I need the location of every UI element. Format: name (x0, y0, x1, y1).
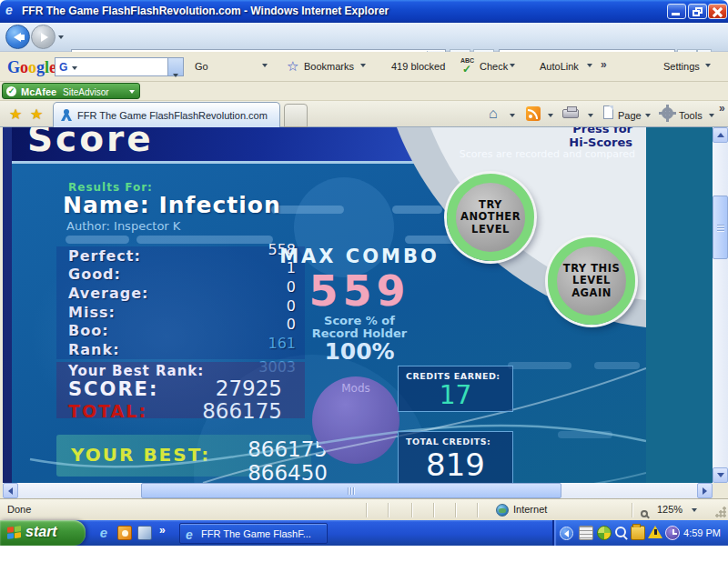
back-icon (14, 33, 21, 42)
up-arrow-icon (717, 133, 724, 137)
total-credits-box: TOTAL CREDITS: 819 (398, 431, 513, 483)
ie-logo-icon: e (5, 3, 13, 17)
google-search-field[interactable]: G (55, 57, 184, 76)
decor-pill (271, 206, 344, 214)
minimize-icon (672, 13, 680, 15)
scroll-up-button[interactable] (713, 127, 728, 143)
spellcheck-check-icon: ✓ (462, 63, 471, 75)
autolink-button[interactable]: AutoLink (540, 61, 579, 72)
windows-logo-icon (7, 526, 22, 540)
vertical-scroll-thumb[interactable] (713, 196, 728, 259)
rss-feed-icon[interactable] (526, 106, 541, 121)
quicklaunch-overflow-chevron[interactable]: » (159, 524, 166, 537)
horizontal-scrollbar[interactable] (3, 483, 713, 498)
minimize-button[interactable] (667, 4, 686, 19)
home-icon[interactable]: ⌂ (489, 105, 498, 122)
bottom-whitespace (0, 546, 728, 572)
tab-active[interactable]: FFR The Game FlashFlashRevolution.com (53, 102, 280, 127)
printer-icon[interactable] (562, 109, 579, 118)
left-arrow-icon (8, 487, 13, 495)
go-button[interactable]: Go (195, 61, 208, 72)
max-combo-value: 559 (264, 267, 455, 315)
internet-zone-icon (496, 504, 509, 517)
settings-button[interactable]: Settings (663, 61, 700, 72)
bookmarks-star-icon: ☆ (287, 58, 298, 75)
tools-menu-button[interactable]: Tools (679, 110, 703, 121)
bookmarks-button[interactable]: Bookmarks (304, 61, 354, 72)
google-logo: Google (7, 58, 56, 77)
google-search-dropdown[interactable] (167, 58, 183, 75)
quicklaunch-ie-icon[interactable]: e (96, 526, 111, 540)
quicklaunch-app-icon[interactable] (117, 526, 132, 540)
scrollbar-corner (713, 483, 728, 498)
scores-recorded-note: Scores are recorded and compared (403, 148, 635, 160)
zoom-level[interactable]: 125% (657, 504, 682, 515)
flash-score-screen: Score Press for Hi-Scores Scores are rec… (12, 127, 646, 483)
forward-icon (41, 33, 48, 42)
try-another-level-button[interactable]: TRY ANOTHER LEVEL (447, 174, 534, 261)
navigation-bar: http://www.flashflashrevolution.com/FFR_… (0, 23, 728, 52)
tray-collapse-chevron[interactable] (560, 527, 573, 540)
mcafee-check-icon: ✓ (6, 86, 16, 96)
page-menu-button[interactable]: Page (618, 110, 642, 121)
title-bar: e FFR The Game FlashFlashRevolution.com … (0, 0, 728, 23)
tray-folder-icon[interactable] (631, 526, 645, 540)
task-title: FFR The Game FlashF... (201, 528, 323, 539)
song-author: Author: Inspector K (66, 219, 180, 233)
score-title: Score (27, 127, 154, 159)
favorites-star-icon[interactable]: ★ (9, 105, 22, 123)
popup-blocked-count[interactable]: 419 blocked (391, 61, 445, 72)
mcafee-toolbar: ✓ McAfee SiteAdvisor (0, 82, 728, 101)
quicklaunch-desktop-icon[interactable] (137, 526, 152, 540)
vertical-scrollbar[interactable] (713, 127, 728, 483)
toolbar-overflow-chevron[interactable]: » (601, 58, 607, 71)
right-arrow-icon (703, 487, 707, 495)
tab-overflow-chevron[interactable]: » (719, 102, 725, 115)
toolbar-dropdown[interactable] (262, 64, 268, 67)
back-button[interactable] (5, 25, 30, 49)
tray-warning-icon[interactable] (648, 526, 662, 538)
add-favorite-icon[interactable]: ★ (30, 105, 43, 123)
new-tab-button[interactable] (284, 104, 308, 127)
tray-clock-icon[interactable] (665, 526, 680, 540)
close-button[interactable] (708, 4, 727, 19)
check-button[interactable]: Check (480, 61, 508, 72)
total-credits-value: 819 (399, 447, 512, 483)
tray-magnifier-icon[interactable] (614, 526, 629, 540)
tools-gear-icon (662, 107, 673, 119)
google-g-icon: G (59, 61, 67, 74)
zoom-icon (641, 505, 648, 521)
restore-button[interactable] (688, 4, 707, 19)
forward-button[interactable] (31, 25, 56, 49)
tray-list-icon[interactable] (579, 526, 593, 540)
press-for-hiscores[interactable]: Press for Hi-Scores (440, 127, 632, 149)
system-tray: 4:59 PM (552, 520, 728, 546)
tab-favicon (61, 109, 72, 121)
down-arrow-icon (717, 473, 724, 477)
total-credits-label: TOTAL CREDITS: (406, 437, 490, 447)
song-name: Name: Infection (63, 192, 281, 218)
horizontal-scroll-thumb[interactable] (141, 483, 561, 498)
tab-bar: ★ ★ FFR The Game FlashFlashRevolution.co… (0, 101, 728, 127)
scroll-left-button[interactable] (3, 483, 18, 498)
zoom-dropdown[interactable] (692, 508, 697, 512)
resize-grip[interactable] (715, 507, 726, 517)
mcafee-siteadvisor-button[interactable]: ✓ McAfee SiteAdvisor (2, 83, 140, 99)
start-button[interactable]: start (0, 520, 86, 546)
tray-messenger-icon[interactable] (597, 526, 612, 540)
status-text: Done (7, 504, 31, 515)
try-this-level-again-button[interactable]: TRY THIS LEVEL AGAIN (548, 237, 635, 325)
credits-earned-value: 17 (399, 380, 512, 410)
credits-earned-box: CREDITS EARNED: 17 (398, 366, 513, 412)
scroll-down-button[interactable] (713, 467, 728, 483)
max-combo-label: MAX COMBO (264, 246, 455, 267)
taskbar-task-button[interactable]: e FFR The Game FlashF... (179, 523, 328, 544)
taskbar: start e » e FFR The Game FlashF... 4:59 … (0, 520, 728, 546)
google-toolbar: Google G Go ☆ Bookmarks 419 blocked ABC … (0, 52, 728, 82)
scroll-right-button[interactable] (697, 483, 713, 498)
page-menu-icon (603, 105, 613, 119)
status-bar: Done Internet 125% (0, 498, 728, 520)
window-title: FFR The Game FlashFlashRevolution.com - … (22, 5, 389, 17)
decor-pill (66, 236, 129, 244)
history-dropdown[interactable] (58, 35, 64, 39)
